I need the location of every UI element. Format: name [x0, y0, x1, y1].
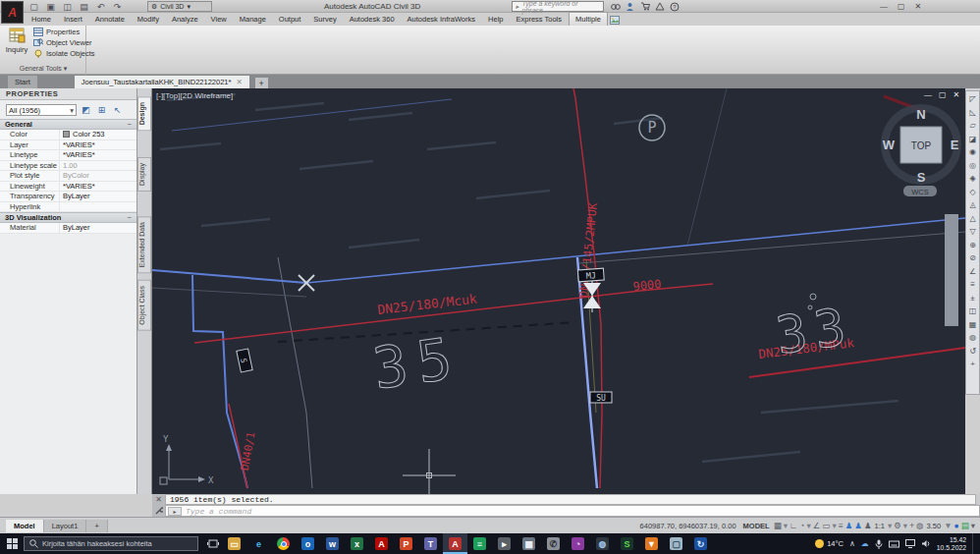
taskbar-app-acrobat[interactable]: A — [369, 533, 394, 554]
sign-in-user-icon[interactable] — [624, 1, 636, 12]
isolate-objects-button[interactable]: Isolate Objects — [33, 49, 95, 58]
annotation-autoscale-icon[interactable]: ♟ — [853, 520, 863, 532]
tool-icon-17[interactable]: ◫ — [969, 305, 977, 318]
tool-icon-16[interactable]: ± — [970, 292, 974, 305]
lineweight-icon[interactable]: ≡ — [838, 520, 844, 532]
tab-help[interactable]: Help — [482, 13, 509, 26]
taskbar-app-internet-explorer[interactable]: e — [246, 533, 271, 554]
tab-design[interactable]: Design — [137, 96, 151, 131]
tool-icon-13[interactable]: ⊘ — [969, 251, 976, 265]
help-search-box[interactable]: ▸ Type a keyword or phrase — [512, 1, 604, 12]
network-icon[interactable] — [905, 539, 915, 548]
customization-dropdown-icon[interactable]: ▾ — [970, 520, 976, 532]
tab-survey[interactable]: Survey — [307, 13, 342, 26]
tool-icon-12[interactable]: ⊕ — [969, 239, 976, 252]
taskbar-app-green-doc[interactable]: ≡ — [467, 533, 492, 554]
taskbar-app-calculator[interactable]: ▦ — [517, 533, 541, 554]
viewcube[interactable]: TOP N S W E WCS — [883, 107, 959, 196]
prop-row-color[interactable]: Color Color 253 — [0, 130, 136, 140]
tool-icon-20[interactable]: ↺ — [969, 345, 976, 359]
viewcube-west[interactable]: W — [883, 138, 896, 152]
polar-tracking-icon[interactable]: ◔ — [798, 520, 805, 532]
prop-row-material[interactable]: Material ByLayer — [0, 223, 136, 234]
drawing-viewport[interactable]: DN25/180/Mcuk DN25/180/MPuk DN40/145/2MP… — [152, 88, 965, 494]
file-tab-start[interactable]: Start — [8, 76, 37, 88]
tool-icon-15[interactable]: ≡ — [970, 278, 975, 292]
annotation-scale-icon[interactable]: ♟ — [863, 520, 873, 532]
ortho-icon[interactable]: ∟ — [789, 520, 798, 532]
autodesk-360-icon[interactable] — [653, 1, 666, 12]
taskbar-app-powerpoint[interactable]: P — [394, 533, 418, 554]
quick-properties-icon[interactable]: ▼ — [943, 520, 953, 532]
weather-widget[interactable]: 14°C — [815, 539, 844, 548]
taskbar-app-autocad[interactable]: A — [443, 533, 467, 554]
tool-icon-7[interactable]: ◈ — [969, 172, 975, 186]
inquiry-button[interactable]: Inquiry — [2, 28, 31, 63]
taskbar-app-file-explorer[interactable]: ▭ — [222, 533, 246, 554]
section-general[interactable]: General − — [0, 119, 136, 130]
tool-icon-3[interactable]: ▱ — [969, 119, 975, 133]
redo-icon[interactable]: ↷ — [111, 1, 124, 12]
taskbar-app-phone[interactable]: ✆ — [541, 533, 566, 554]
prop-row-linetype[interactable]: Linetype *VARIES* — [0, 150, 136, 161]
viewcube-south[interactable]: S — [917, 170, 926, 185]
tab-output[interactable]: Output — [273, 13, 307, 26]
taskbar-app-sticky-notes[interactable]: ▢ — [664, 533, 688, 554]
object-snap-icon[interactable]: ∠ — [812, 520, 822, 532]
tab-display[interactable]: Display — [137, 157, 151, 192]
tab-manage[interactable]: Manage — [234, 13, 272, 26]
tab-modify[interactable]: Modify — [132, 13, 165, 26]
tab-view[interactable]: View — [205, 13, 233, 26]
taskbar-app-word[interactable]: w — [320, 533, 345, 554]
keyboard-icon[interactable] — [889, 540, 899, 548]
viewport-close-button[interactable]: ✕ — [953, 90, 960, 99]
select-objects-icon[interactable]: ↖ — [111, 104, 124, 116]
tab-multiple[interactable]: Multiple — [569, 12, 608, 26]
snap-box-icon[interactable]: ▭ — [821, 520, 831, 532]
start-button[interactable] — [0, 533, 24, 554]
viewport-minimize-button[interactable]: — — [924, 90, 932, 99]
tool-icon-19[interactable]: ◍ — [969, 331, 976, 345]
workspace-switcher[interactable]: ⚙ Civil 3D ▾ — [147, 1, 212, 12]
scale-value[interactable]: 1:1 — [873, 522, 887, 530]
prop-row-lineweight[interactable]: Lineweight *VARIES* — [0, 182, 136, 193]
close-button[interactable]: ✕ — [915, 2, 922, 11]
tool-icon-10[interactable]: △ — [969, 212, 975, 226]
print-icon[interactable]: ▤ — [78, 1, 90, 12]
maximize-button[interactable]: ▢ — [898, 2, 905, 11]
tab-home[interactable]: Home — [26, 13, 57, 26]
viewport-controls-label[interactable]: [-][Top][2D Wireframe] — [156, 91, 233, 100]
taskbar-app-droplet[interactable]: ▼ — [639, 533, 664, 554]
tab-autodesk-360[interactable]: Autodesk 360 — [344, 13, 401, 26]
new-file-icon[interactable]: ▢ — [27, 1, 40, 12]
pickadd-toggle-icon[interactable]: ◩ — [80, 104, 92, 116]
exchange-apps-cart-icon[interactable] — [638, 1, 651, 12]
layout1-tab[interactable]: Layout1 — [44, 520, 87, 532]
prop-row-transparency[interactable]: Transparency ByLayer — [0, 192, 136, 202]
undo-icon[interactable]: ↶ — [94, 1, 107, 12]
command-close-icon[interactable]: ✕ — [155, 495, 162, 504]
command-input[interactable]: ▸ Type a command — [165, 505, 980, 517]
taskbar-app-globe[interactable]: ◍ — [590, 533, 615, 554]
object-viewer-button[interactable]: Object Viewer — [33, 38, 95, 47]
taskbar-app-excel[interactable]: x — [345, 533, 369, 554]
viewcube-north[interactable]: N — [916, 107, 925, 122]
taskbar-app-edge-sync[interactable]: ↻ — [688, 533, 713, 554]
prop-row-layer[interactable]: Layer *VARIES* — [0, 140, 136, 151]
tool-icon-2[interactable]: ◺ — [969, 106, 975, 120]
tool-icon-6[interactable]: ◎ — [969, 159, 976, 173]
viewport-restore-button[interactable]: ▢ — [939, 90, 947, 99]
tab-insert[interactable]: Insert — [58, 13, 88, 26]
tab-analyze[interactable]: Analyze — [166, 13, 204, 26]
prop-row-linetype-scale[interactable]: Linetype scale 1.00 — [0, 161, 136, 172]
drawing-tab-close-icon[interactable]: ✕ — [236, 78, 242, 86]
speaker-icon[interactable] — [921, 539, 931, 548]
coordinate-readout[interactable]: 640987.70, 6946037.19, 0.00 — [640, 522, 736, 530]
viewport-scrollbar-thumb[interactable] — [945, 214, 958, 326]
tray-chevron-icon[interactable]: ∧ — [849, 539, 855, 548]
default-lineweight-value[interactable]: 3.50 — [925, 522, 944, 530]
tool-icon-5[interactable]: ◉ — [969, 145, 976, 159]
new-drawing-tab-button[interactable]: + — [255, 78, 268, 88]
open-file-icon[interactable]: ▣ — [44, 1, 57, 12]
taskbar-app-media-player[interactable]: ▸ — [492, 533, 517, 554]
